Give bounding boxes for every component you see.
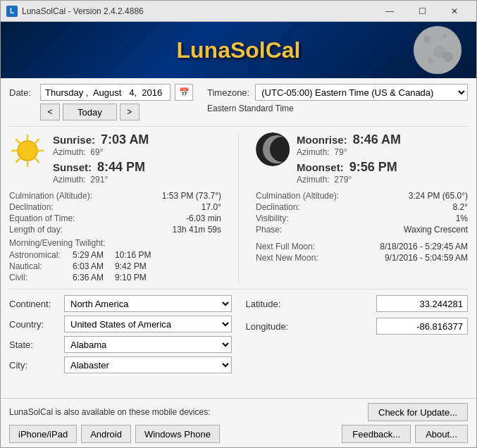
app-title: LunaSolCal: [176, 37, 300, 63]
prev-date-button[interactable]: <: [40, 104, 60, 120]
state-select[interactable]: Alabama: [64, 336, 232, 353]
svg-point-2: [423, 36, 430, 43]
windows-phone-button[interactable]: Windows Phone: [135, 425, 220, 443]
calendar-button[interactable]: 📅: [175, 84, 193, 101]
moon-phase-label: Phase:: [256, 225, 282, 235]
longitude-label: Longitude:: [246, 321, 302, 332]
moonrise-line: Moonrise: 8:46 AM: [297, 132, 468, 147]
sunrise-azimuth-label: Azimuth:: [53, 147, 86, 157]
next-moon-section: Next Full Moon: 8/18/2016 - 5:29:45 AM N…: [256, 241, 468, 263]
mobile-buttons: iPhone/iPad Android Windows Phone: [9, 425, 220, 443]
moon-column: Moonrise: 8:46 AM Azimuth: 79° Moonset: …: [256, 132, 468, 283]
minimize-button[interactable]: —: [373, 1, 406, 22]
moonrise-label: Moonrise:: [297, 134, 347, 146]
civil-row: Civil: 6:36 AM 9:10 PM: [9, 272, 221, 283]
next-full-label: Next Full Moon:: [256, 242, 315, 251]
astronomical-row: Astronomical: 5:29 AM 10:16 PM: [9, 249, 221, 261]
country-select[interactable]: United States of America: [64, 316, 232, 332]
feedback-button[interactable]: Feedback...: [342, 425, 411, 443]
moonset-azimuth-row: Azimuth: 279°: [297, 175, 468, 185]
iphone-button[interactable]: iPhone/iPad: [9, 425, 77, 443]
sun-column: Sunrise: 7:03 AM Azimuth: 69° Sunset: 8:…: [9, 132, 221, 283]
civil-morning: 6:36 AM: [73, 273, 104, 282]
svg-point-5: [428, 58, 433, 63]
continent-select[interactable]: North America: [64, 295, 232, 312]
sun-moon-section: Sunrise: 7:03 AM Azimuth: 69° Sunset: 8:…: [9, 126, 468, 283]
sunset-azimuth: 291°: [90, 175, 108, 185]
moonrise-time: 8:46 AM: [353, 132, 401, 147]
sunset-azimuth-row: Azimuth: 291°: [53, 175, 221, 185]
app-icon: L: [6, 6, 18, 17]
moonset-line: Moonset: 9:56 PM: [297, 160, 468, 175]
twilight-header: Morning/Evening Twilight:: [9, 238, 221, 248]
astronomical-times: 5:29 AM 10:16 PM: [73, 250, 151, 260]
nautical-morning: 6:03 AM: [73, 261, 104, 271]
sun-declination-value: 17.0°: [202, 202, 221, 212]
window-controls: — ☐ ✕: [373, 1, 471, 22]
title-bar: L LunaSolCal - Version 2.4.2.4886 — ☐ ✕: [1, 1, 476, 22]
country-row: Country: United States of America: [9, 316, 232, 332]
sun-length-label: Length of day:: [9, 225, 63, 235]
city-label: City:: [9, 360, 58, 371]
close-button[interactable]: ✕: [438, 1, 471, 22]
footer-top: LunaSolCal is also available on these mo…: [9, 403, 468, 421]
svg-line-14: [35, 139, 39, 143]
state-row: State: Alabama: [9, 336, 232, 353]
header-banner: LunaSolCal: [1, 22, 476, 78]
sun-equation-value: -6.03 min: [186, 213, 221, 223]
timezone-select[interactable]: (UTC-05:00) Eastern Time (US & Canada): [255, 84, 468, 101]
timezone-name: Eastern Standard Time: [207, 104, 468, 113]
moonset-azimuth-label: Azimuth:: [297, 175, 330, 185]
sunrise-label: Sunrise:: [53, 134, 95, 146]
date-row: Date: 📅: [9, 84, 193, 101]
maximize-button[interactable]: ☐: [406, 1, 438, 22]
nautical-row: Nautical: 6:03 AM 9:42 PM: [9, 261, 221, 272]
location-right: Latitude: Longitude:: [246, 295, 469, 373]
sun-header: Sunrise: 7:03 AM Azimuth: 69° Sunset: 8:…: [9, 132, 221, 187]
city-select[interactable]: Alabaster: [64, 356, 232, 373]
about-button[interactable]: About...: [415, 425, 468, 443]
latitude-label: Latitude:: [246, 299, 302, 309]
moon-header-graphic: [413, 25, 462, 75]
sunset-time: 8:44 PM: [97, 160, 145, 175]
sun-declination-label: Declination:: [9, 202, 54, 212]
sunset-label: Sunset:: [53, 161, 92, 173]
nautical-times: 6:03 AM 9:42 PM: [73, 261, 147, 271]
longitude-input[interactable]: [376, 318, 468, 335]
moon-visibility-label: Visibility:: [256, 213, 288, 223]
sun-culmination-value: 1:53 PM (73.7°): [162, 191, 221, 201]
sun-moon-divider: [238, 132, 239, 283]
moon-culmination-row: Culmination (Altitude): 3:24 PM (65.0°): [256, 190, 468, 201]
moon-declination-value: 8.2°: [453, 202, 468, 212]
timezone-row: Timezone: (UTC-05:00) Eastern Time (US &…: [207, 84, 468, 101]
next-new-row: Next New Moon: 9/1/2016 - 5:04:59 AM: [256, 252, 468, 263]
moonrise-azimuth-label: Azimuth:: [297, 147, 330, 157]
longitude-row: Longitude:: [246, 318, 469, 335]
moon-header: Moonrise: 8:46 AM Azimuth: 79° Moonset: …: [256, 132, 468, 187]
check-update-button[interactable]: Check for Update...: [368, 403, 468, 421]
svg-line-15: [16, 158, 20, 162]
sun-length-value: 13h 41m 59s: [173, 225, 221, 235]
date-input[interactable]: [40, 84, 171, 101]
sun-icon: [9, 132, 46, 169]
moon-visibility-value: 1%: [456, 213, 468, 223]
continent-row: Continent: North America: [9, 295, 232, 312]
sun-declination-row: Declination: 17.0°: [9, 201, 221, 213]
sunrise-line: Sunrise: 7:03 AM: [53, 132, 221, 147]
next-date-button[interactable]: >: [120, 104, 140, 120]
android-button[interactable]: Android: [81, 425, 131, 443]
svg-point-6: [433, 46, 446, 58]
civil-evening: 9:10 PM: [115, 273, 147, 282]
svg-line-13: [35, 158, 39, 162]
moon-declination-label: Declination:: [256, 202, 300, 212]
moon-culmination-value: 3:24 PM (65.0°): [409, 191, 468, 201]
country-label: Country:: [9, 319, 58, 330]
today-button[interactable]: Today: [63, 104, 117, 120]
action-buttons: Feedback... About...: [342, 425, 468, 443]
date-section: Date: 📅 < Today >: [9, 84, 193, 120]
moon-rise-set-info: Moonrise: 8:46 AM Azimuth: 79° Moonset: …: [297, 132, 468, 187]
next-full-value: 8/18/2016 - 5:29:45 AM: [380, 242, 468, 251]
latitude-input[interactable]: [376, 295, 468, 312]
nautical-evening: 9:42 PM: [115, 261, 147, 271]
sunrise-time: 7:03 AM: [101, 132, 149, 147]
